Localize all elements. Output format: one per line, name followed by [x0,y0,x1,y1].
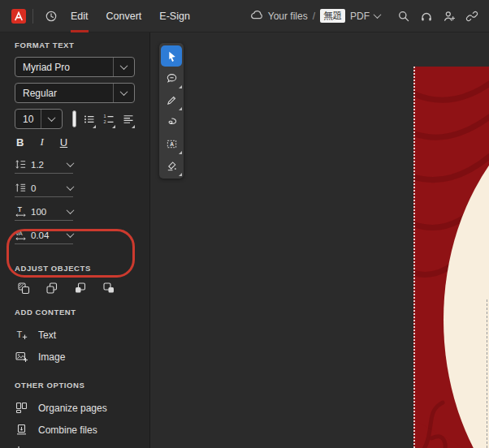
svg-text:2: 2 [103,119,106,124]
chevron-down-icon [67,206,75,214]
character-spacing-icon: VA [15,229,27,241]
share-person-icon[interactable] [439,6,460,27]
comment-tool[interactable] [161,67,182,88]
combine-files-label: Combine files [38,424,97,436]
add-text-icon: T [15,328,28,342]
bring-forward-button[interactable] [72,280,89,296]
paragraph-spacing-icon [15,182,27,194]
font-style-select[interactable]: Regular [15,83,135,103]
divider [32,9,33,24]
replace-object-button[interactable] [15,280,32,296]
font-size-value: 10 [15,114,41,125]
add-text-label: Text [38,330,56,341]
document-canvas: A [151,32,489,448]
character-spacing-value: 0.04 [31,230,49,240]
chevron-down-icon [113,58,134,76]
italic-button[interactable]: I [40,136,43,149]
add-content-header: ADD CONTENT [15,308,135,317]
font-family-value: Myriad Pro [15,62,113,73]
send-backward-button[interactable] [101,280,117,296]
line-spacing-value: 1.2 [31,160,44,170]
format-text-header: FORMAT TEXT [15,41,135,50]
add-text-box-tool[interactable]: A [161,133,182,154]
add-image-button[interactable]: Image [15,346,135,368]
eraser-tool[interactable] [161,155,182,176]
combine-files-icon [15,423,28,437]
chevron-down-icon [67,230,75,238]
arrange-objects-button[interactable] [44,280,60,296]
acrobat-logo-icon[interactable] [11,9,26,24]
recents-icon[interactable] [41,6,62,27]
add-text-button[interactable]: T Text [15,324,135,346]
top-bar: Edit Convert E-Sign Your files / 無題 PDF [0,0,489,32]
cloud-icon [249,9,263,24]
edit-sidebar: FORMAT TEXT Myriad Pro Regular 10 12 [0,32,150,448]
quick-tools-rail: A [159,43,184,179]
svg-text:1: 1 [103,114,106,118]
breadcrumb-separator: / [313,11,315,22]
wedding-card-artwork [413,67,489,448]
page-selection-edge [413,67,415,448]
crop-pages-icon [15,445,28,448]
numbered-list-button[interactable]: 12 [102,110,115,128]
other-options-header: OTHER OPTIONS [15,381,135,390]
chevron-down-icon [113,84,134,102]
svg-text:A: A [170,140,174,146]
breadcrumb: Your files / 無題 PDF [249,9,380,24]
horizontal-scale-control[interactable]: T 100 [15,205,73,221]
font-size-select[interactable]: 10 [15,109,63,129]
chevron-down-icon[interactable] [374,11,382,19]
menu-convert[interactable]: Convert [97,0,151,32]
menu-edit[interactable]: Edit [62,0,97,32]
svg-text:T: T [17,330,23,339]
organize-pages-icon [15,401,28,415]
bold-button[interactable]: B [16,136,24,149]
document-title[interactable]: 無題 [320,9,345,23]
character-spacing-control[interactable]: VA 0.04 [15,229,73,244]
font-family-select[interactable]: Myriad Pro [15,57,135,77]
adjust-objects-header: ADJUST OBJECTS [15,264,135,273]
organize-pages-label: Organize pages [38,403,107,414]
draw-tool[interactable] [161,89,182,110]
paragraph-spacing-value: 0 [31,183,36,193]
combine-files-button[interactable]: Combine files [15,419,135,441]
font-color-swatch[interactable] [72,110,76,127]
link-icon[interactable] [461,6,483,27]
crop-pages-button[interactable]: Crop pages [15,441,135,448]
select-tool[interactable] [161,45,182,67]
text-align-button[interactable] [122,110,135,128]
add-image-label: Image [38,351,65,363]
search-icon[interactable] [393,6,414,27]
chevron-down-icon [41,110,62,128]
chevron-down-icon [67,159,75,167]
image-bounds-edge[interactable] [487,299,487,448]
horizontal-scale-value: 100 [31,207,46,217]
horizontal-scale-icon: T [15,205,27,218]
document-type: PDF [350,11,370,22]
breadcrumb-root[interactable]: Your files [268,11,308,22]
font-style-value: Regular [15,88,113,99]
lasso-tool[interactable] [161,111,182,132]
chevron-down-icon [67,183,75,191]
svg-text:VA: VA [15,230,23,236]
line-spacing-icon [15,158,27,170]
add-image-icon [15,350,28,364]
paragraph-spacing-control[interactable]: 0 [15,182,73,197]
organize-pages-button[interactable]: Organize pages [15,397,135,419]
bullet-list-button[interactable] [83,110,96,128]
line-spacing-control[interactable]: 1.2 [15,158,73,174]
headphones-icon[interactable] [416,6,437,27]
pdf-page[interactable]: A Wedding by God's Grace Siddhi weds Ani… [413,67,489,448]
menu-esign[interactable]: E-Sign [150,0,199,32]
cream-arch-shape [444,84,489,448]
acrobat-window: Edit Convert E-Sign Your files / 無題 PDF [0,0,489,448]
underline-button[interactable]: U [60,136,67,149]
svg-text:T: T [18,205,23,213]
